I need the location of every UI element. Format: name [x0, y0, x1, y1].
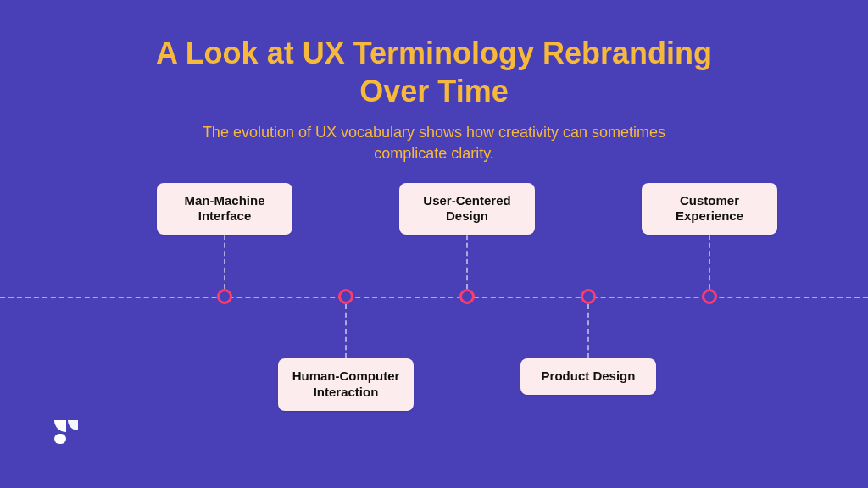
- page-subtitle: The evolution of UX vocabulary shows how…: [180, 122, 688, 164]
- timeline-card: User-Centered Design: [399, 183, 535, 236]
- timeline-card-label: Customer Experience: [676, 193, 743, 224]
- timeline-node: [217, 289, 232, 304]
- timeline-card: Product Design: [520, 358, 656, 395]
- timeline-card: Human-Computer Interaction: [278, 358, 414, 411]
- timeline-connector: [709, 235, 710, 289]
- timeline-card: Customer Experience: [642, 183, 777, 236]
- timeline-card-label: Human-Computer Interaction: [292, 369, 400, 399]
- timeline-card-label: Product Design: [542, 369, 636, 383]
- timeline-node: [459, 289, 475, 304]
- timeline-connector: [466, 235, 468, 289]
- timeline-card-label: User-Centered Design: [423, 193, 510, 224]
- timeline-axis: [0, 297, 868, 298]
- timeline-connector: [587, 304, 589, 358]
- timeline-node: [338, 289, 353, 304]
- timeline-node: [702, 289, 717, 304]
- timeline-node: [581, 289, 596, 304]
- page-title: A Look at UX Terminology Rebranding Over…: [129, 0, 739, 110]
- brand-logo-icon: [51, 417, 81, 447]
- timeline-card: Man-Machine Interface: [157, 183, 292, 236]
- timeline-card-label: Man-Machine Interface: [184, 193, 264, 224]
- svg-rect-0: [54, 434, 66, 444]
- timeline-connector: [224, 235, 225, 289]
- timeline-connector: [345, 304, 347, 358]
